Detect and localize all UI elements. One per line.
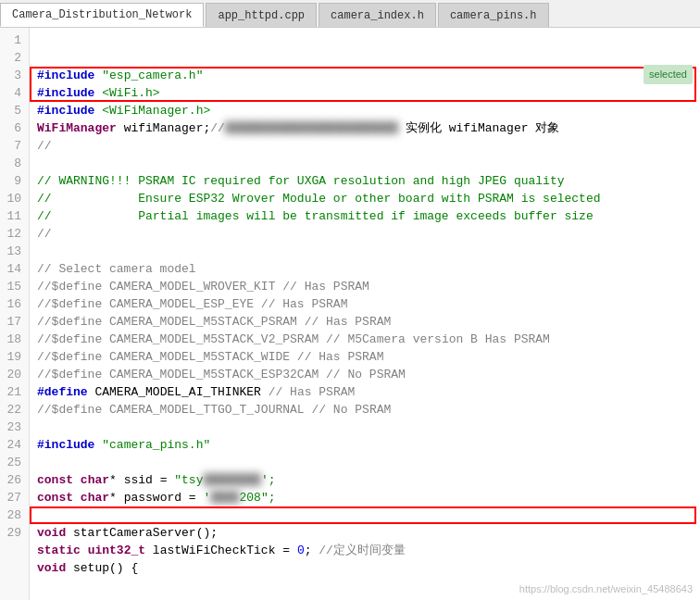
line-number: 2 <box>4 49 21 67</box>
code-line: #include <WiFi.h> <box>37 84 693 102</box>
code-line: // Ensure ESP32 Wrover Module or other b… <box>37 190 693 207</box>
line-number: 8 <box>4 155 21 172</box>
code-line: // Partial images will be transmitted if… <box>37 207 693 225</box>
line-number: 22 <box>4 401 21 419</box>
code-line: void setup() { <box>37 559 693 577</box>
line-number: 10 <box>4 190 21 207</box>
line-number: 23 <box>4 419 21 436</box>
line-number: 28 <box>4 506 21 524</box>
line-number: 14 <box>4 260 21 278</box>
line-number: 25 <box>4 454 21 471</box>
tab-camera-distribution[interactable]: Camera_Distribution_Network <box>0 3 204 27</box>
code-line: const char* password = '████208"; <box>37 489 693 506</box>
line-number: 16 <box>4 295 21 313</box>
tab-camera-index[interactable]: camera_index.h <box>319 3 436 27</box>
code-line: //$define CAMERA_MODEL_M5STACK_ESP32CAM … <box>37 366 693 383</box>
line-number: 12 <box>4 225 21 243</box>
line-number: 29 <box>4 524 21 542</box>
line-number: 21 <box>4 383 21 401</box>
line-number: 9 <box>4 172 21 190</box>
line-number: 6 <box>4 119 21 137</box>
line-number: 4 <box>4 84 21 102</box>
code-line: //$define CAMERA_MODEL_M5STACK_PSRAM // … <box>37 313 693 331</box>
code-line: #define CAMERA_MODEL_AI_THINKER // Has P… <box>37 383 693 401</box>
selected-badge: selected <box>644 65 693 84</box>
code-line: //$define CAMERA_MODEL_M5STACK_V2_PSRAM … <box>37 331 693 348</box>
code-line: //$define CAMERA_MODEL_ESP_EYE // Has PS… <box>37 295 693 313</box>
line-number: 11 <box>4 207 21 225</box>
tab-camera-pins[interactable]: camera_pins.h <box>438 3 549 27</box>
line-number: 5 <box>4 102 21 119</box>
code-line: //$define CAMERA_MODEL_M5STACK_WIDE // H… <box>37 348 693 366</box>
code-line: #include "esp_camera.h" <box>37 67 693 84</box>
code-line <box>37 454 693 471</box>
line-number: 7 <box>4 137 21 155</box>
code-line: WiFiManager wifiManager;//██████████████… <box>37 119 693 137</box>
code-line: // <box>37 225 693 243</box>
code-line: // WARNING!!! PSRAM IC required for UXGA… <box>37 172 693 190</box>
line-number: 19 <box>4 348 21 366</box>
code-line <box>37 155 693 172</box>
tab-bar: Camera_Distribution_Network app_httpd.cp… <box>0 0 700 28</box>
line-number: 27 <box>4 489 21 506</box>
code-line: void startCameraServer(); <box>37 524 693 542</box>
code-line: const char* ssid = "tsy████████'; <box>37 471 693 489</box>
code-line <box>37 419 693 436</box>
code-line: static uint32_t lastWiFiCheckTick = 0; /… <box>37 542 693 559</box>
tab-app-httpd[interactable]: app_httpd.cpp <box>206 3 317 27</box>
watermark: https://blog.csdn.net/weixin_45488643 <box>519 581 693 598</box>
code-line <box>37 506 693 524</box>
code-area: 1234567891011121314151617181920212223242… <box>0 28 700 600</box>
line-number: 20 <box>4 366 21 383</box>
code-content[interactable]: #include "esp_camera.h"#include <WiFi.h>… <box>30 28 700 600</box>
line-number: 15 <box>4 278 21 295</box>
line-number: 24 <box>4 436 21 454</box>
code-line <box>37 243 693 260</box>
line-number: 1 <box>4 31 21 49</box>
code-line: // Select camera model <box>37 260 693 278</box>
line-number: 13 <box>4 243 21 260</box>
code-line: #include "camera_pins.h" <box>37 436 693 454</box>
line-number: 17 <box>4 313 21 331</box>
code-line: //$define CAMERA_MODEL_TTGO_T_JOURNAL //… <box>37 401 693 419</box>
line-number: 3 <box>4 67 21 84</box>
line-number: 18 <box>4 331 21 348</box>
code-line: #include <WiFiManager.h> <box>37 102 693 119</box>
line-number: 26 <box>4 471 21 489</box>
code-line: //$define CAMERA_MODEL_WROVER_KIT // Has… <box>37 278 693 295</box>
code-line: // <box>37 137 693 155</box>
line-numbers: 1234567891011121314151617181920212223242… <box>0 28 30 600</box>
